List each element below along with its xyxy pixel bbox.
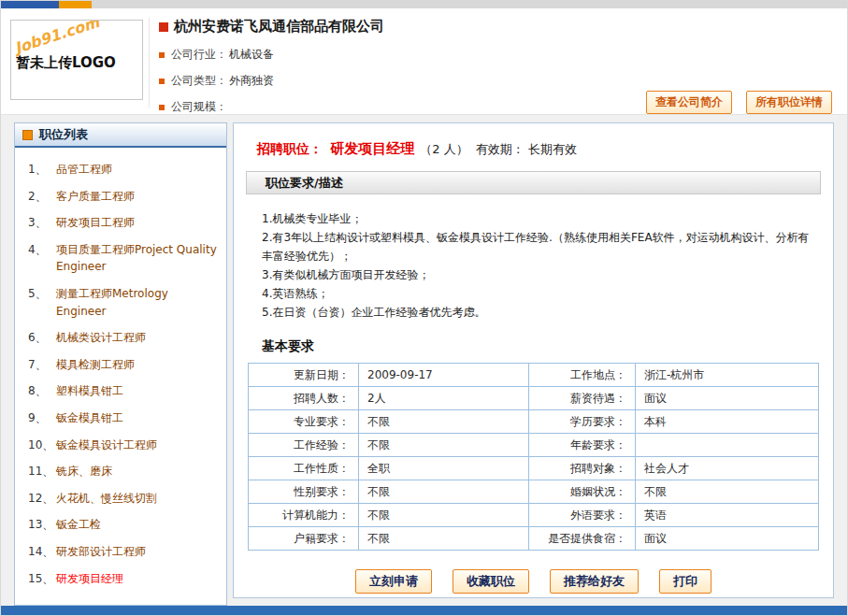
main-area: 职位列表 1、 品管工程师 2、 客户质量工程师 3、 研发项目工程师 4、 项… [1,115,847,606]
job-item-label: 项目质量工程师Project Quality Engineer [56,241,219,276]
top-bar [1,1,847,8]
requirement-value: 不限 [636,480,819,504]
company-name: 杭州安费诺飞凤通信部品有限公司 [174,18,384,36]
requirement-label: 外语要求： [529,504,636,527]
top-bar-blue-segment [1,1,59,8]
job-description: 1.机械类专业毕业；2.有3年以上结构设计或塑料模具、钣金模具设计工作经验.（熟… [262,209,813,322]
job-item-number: 3、 [28,214,56,232]
job-item-number: 5、 [28,285,56,320]
job-item-label: 测量工程师Metrology Engineer [56,285,219,320]
requirement-label: 招聘对象： [529,457,636,480]
description-line: 1.机械类专业毕业； [262,209,813,228]
list-icon [22,130,33,140]
all-jobs-detail-button[interactable]: 所有职位详情 [746,91,832,114]
job-item-number: 6、 [28,329,56,347]
job-title: 研发项目经理 [330,140,414,157]
company-name-row: 杭州安费诺飞凤通信部品有限公司 [159,18,616,36]
view-company-profile-button[interactable]: 查看公司简介 [646,91,732,114]
company-scale-row: 公司规模： [159,99,616,115]
print-button[interactable]: 打印 [659,569,711,594]
company-industry-label: 公司行业： [171,47,227,63]
job-item-label: 模具检测工程师 [56,356,135,374]
requirement-row: 工作经验： 不限 年龄要求： [249,434,819,457]
requirement-value: 不限 [359,527,529,551]
requirement-row: 更新日期： 2009-09-17 工作地点： 浙江-杭州市 [249,364,819,387]
requirement-value: 2人 [359,387,529,410]
job-item-number: 1、 [28,161,56,179]
headcount: （2 人） [420,142,467,156]
basic-requirements-tbody: 更新日期： 2009-09-17 工作地点： 浙江-杭州市 招聘人数： 2人 薪… [249,364,819,551]
job-item-label: 客户质量工程师 [56,188,135,206]
requirement-value: 社会人才 [636,457,819,480]
requirement-label: 户籍要求： [249,527,359,551]
job-item-number: 10、 [28,437,56,454]
job-list-item-9[interactable]: 9、 钣金模具钳工 [19,405,223,432]
job-list: 1、 品管工程师 2、 客户质量工程师 3、 研发项目工程师 4、 项目质量工程… [15,148,226,605]
requirement-label: 工作性质： [249,457,359,480]
company-info: 杭州安费诺飞凤通信部品有限公司 公司行业： 机械设备 公司类型： 外商独资 公司… [149,18,616,107]
top-bar-gray-segment [92,1,847,8]
job-item-label: 塑料模具钳工 [56,382,123,400]
description-line: 4.英语熟练； [262,284,813,303]
job-list-item-12[interactable]: 12、 火花机、慢丝线切割 [19,485,223,512]
requirement-label: 是否提供食宿： [529,527,636,551]
job-list-item-6[interactable]: 6、 机械类设计工程师 [19,324,223,351]
validity-value: 长期有效 [528,142,577,156]
requirement-row: 性别要求： 不限 婚姻状况： 不限 [249,480,819,504]
requirement-value: 本科 [636,410,819,434]
requirement-value: 2009-09-17 [359,364,529,387]
job-list-item-11[interactable]: 11、 铣床、磨床 [19,458,223,485]
job-item-number: 14、 [28,543,56,561]
job-list-item-2[interactable]: 2、 客户质量工程师 [19,183,223,210]
job-item-label: 研发项目工程师 [56,214,135,232]
requirement-label: 招聘人数： [249,387,359,410]
company-industry-row: 公司行业： 机械设备 [159,47,616,63]
requirement-value: 浙江-杭州市 [636,364,819,387]
job-list-item-7[interactable]: 7、 模具检测工程师 [19,351,223,379]
requirement-label: 计算机能力： [249,504,359,527]
company-scale-label: 公司规模： [171,99,227,115]
job-item-number: 2、 [28,188,56,206]
company-type-label: 公司类型： [171,73,227,89]
requirement-value: 不限 [359,504,529,527]
job-item-number: 11、 [28,463,56,480]
job-list-item-5[interactable]: 5、 测量工程师Metrology Engineer [19,280,223,324]
apply-now-button[interactable]: 立刻申请 [355,569,432,594]
description-section-header: 职位要求/描述 [246,171,821,194]
requirement-label: 学历要求： [529,410,636,434]
job-item-label: 研发项目经理 [56,570,123,588]
job-list-item-10[interactable]: 10、 钣金模具设计工程师 [19,432,223,459]
bullet-icon [159,52,165,58]
job-list-item-14[interactable]: 14、 研发部设计工程师 [19,538,223,566]
job-list-item-8[interactable]: 8、 塑料模具钳工 [19,378,223,405]
company-header: Job91.com 暂未上传LOGO 杭州安费诺飞凤通信部品有限公司 公司行业：… [1,8,847,115]
job-list-item-13[interactable]: 13、 钣金工检 [19,511,223,538]
recommend-friend-button[interactable]: 推荐给好友 [550,569,639,594]
job-list-sidebar: 职位列表 1、 品管工程师 2、 客户质量工程师 3、 研发项目工程师 4、 项… [14,122,227,606]
job-detail-panel: 招聘职位： 研发项目经理 （2 人） 有效期： 长期有效 职位要求/描述 1.机… [233,122,834,598]
requirement-label: 工作地点： [529,364,636,387]
requirement-value: 面议 [636,527,819,551]
page: Job91.com 暂未上传LOGO 杭州安费诺飞凤通信部品有限公司 公司行业：… [0,0,848,616]
job-item-number: 9、 [28,409,56,427]
requirement-label: 性别要求： [249,480,359,504]
basic-requirements-title: 基本要求 [262,338,821,355]
description-line: 5.在日资（台资）企业工作经验者优先考虑。 [262,303,813,322]
job-item-label: 机械类设计工程师 [56,329,146,347]
logo-placeholder-text: 暂未上传LOGO [16,54,116,72]
job-list-item-1[interactable]: 1、 品管工程师 [19,156,223,183]
footer-bar [1,606,847,615]
requirement-row: 计算机能力： 不限 外语要求： 英语 [249,504,819,527]
requirement-label: 更新日期： [249,364,359,387]
job-list-item-15[interactable]: 15、 研发项目经理 [19,566,223,593]
job-list-item-4[interactable]: 4、 项目质量工程师Project Quality Engineer [19,236,223,280]
job-item-number: 4、 [28,241,56,276]
action-buttons-row: 立刻申请收藏职位推荐给好友打印 [246,569,821,594]
job-item-number: 13、 [28,516,56,534]
top-bar-orange-segment [59,1,92,8]
favorite-job-button[interactable]: 收藏职位 [453,569,529,594]
job-item-label: 铣床、磨床 [56,463,112,480]
job-list-item-3[interactable]: 3、 研发项目工程师 [19,209,223,236]
bullet-icon [159,79,165,84]
requirement-label: 工作经验： [249,434,359,457]
